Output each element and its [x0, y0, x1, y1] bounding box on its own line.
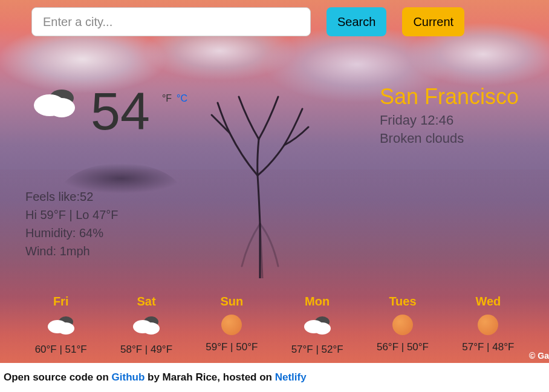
- footer-middle: by Marah Rice, hosted on: [145, 371, 274, 383]
- feels-like: Feels like:52: [25, 188, 118, 206]
- weather-details: Feels like:52 Hi 59°F | Lo 47°F Humidity…: [25, 188, 118, 260]
- forecast-day-tues: Tues56°F | 50°F: [377, 295, 429, 356]
- sun-icon: [392, 313, 413, 336]
- search-bar: Search Current: [31, 7, 464, 36]
- broken-clouds-icon: [47, 313, 76, 339]
- svg-point-5: [57, 322, 74, 335]
- forecast-day-fri: Fri 60°F | 51°F: [35, 295, 87, 356]
- forecast-temps: 57°F | 48°F: [462, 341, 514, 353]
- unit-toggle: °F °C: [162, 93, 187, 104]
- broken-clouds-icon: [132, 313, 161, 339]
- forecast-temps: 60°F | 51°F: [35, 344, 87, 356]
- netlify-link[interactable]: Netlify: [275, 371, 307, 383]
- sun-icon: [478, 313, 498, 336]
- sun-icon: [221, 313, 242, 336]
- svg-point-8: [143, 322, 160, 335]
- weather-hero: Search Current 54 °F °C San Francisco Fr…: [0, 0, 549, 363]
- forecast-day-sat: Sat 58°F | 49°F: [120, 295, 172, 356]
- background-tree: [206, 73, 314, 278]
- broken-clouds-icon: [31, 85, 79, 123]
- svg-point-11: [314, 322, 331, 335]
- feels-like-value: 52: [80, 190, 93, 203]
- search-button[interactable]: Search: [326, 7, 386, 36]
- forecast-day-label: Fri: [53, 295, 69, 309]
- wind: Wind: 1mph: [25, 242, 118, 260]
- forecast-day-mon: Mon 57°F | 52°F: [291, 295, 343, 356]
- unit-fahrenheit[interactable]: °F: [162, 93, 172, 104]
- humidity: Humidity: 64%: [25, 224, 118, 242]
- forecast-day-label: Wed: [475, 295, 501, 309]
- current-temperature-block: 54 °F °C: [31, 85, 187, 138]
- temperature-value: 54: [91, 85, 150, 138]
- forecast-day-label: Mon: [305, 295, 330, 309]
- footer: Open source code on Github by Marah Rice…: [0, 363, 549, 384]
- city-name: San Francisco: [380, 85, 519, 109]
- weather-condition: Broken clouds: [380, 131, 519, 146]
- forecast-temps: 58°F | 49°F: [120, 344, 172, 356]
- current-location-button[interactable]: Current: [402, 7, 464, 36]
- github-link[interactable]: Github: [112, 371, 145, 383]
- forecast-temps: 57°F | 52°F: [291, 344, 343, 356]
- forecast-day-label: Tues: [389, 295, 416, 309]
- forecast-temps: 56°F | 50°F: [377, 341, 429, 353]
- hi-lo: Hi 59°F | Lo 47°F: [25, 206, 118, 224]
- forecast-temps: 59°F | 50°F: [206, 341, 258, 353]
- svg-point-2: [48, 98, 75, 117]
- feels-like-label: Feels like:: [25, 190, 80, 203]
- forecast-row: Fri 60°F | 51°FSat 58°F | 49°FSun59°F | …: [0, 295, 549, 356]
- image-credit: © Ga: [529, 351, 549, 361]
- forecast-day-label: Sun: [220, 295, 243, 309]
- unit-celsius[interactable]: °C: [177, 93, 187, 104]
- city-info: San Francisco Friday 12:46 Broken clouds: [380, 85, 519, 146]
- city-input[interactable]: [31, 7, 311, 36]
- broken-clouds-icon: [303, 313, 332, 339]
- forecast-day-label: Sat: [137, 295, 155, 309]
- forecast-day-sun: Sun59°F | 50°F: [206, 295, 258, 356]
- forecast-day-wed: Wed57°F | 48°F: [462, 295, 514, 356]
- footer-prefix: Open source code on: [4, 371, 112, 383]
- date-time: Friday 12:46: [380, 113, 519, 128]
